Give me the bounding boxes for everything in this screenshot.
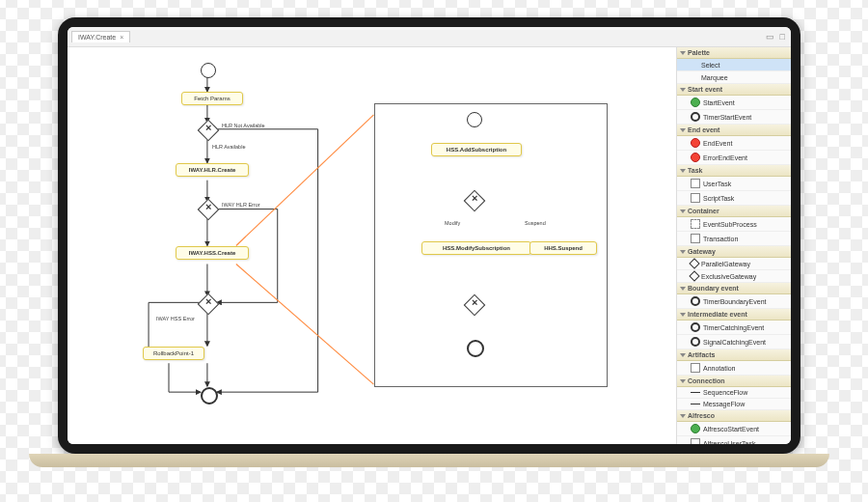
palette-item-select[interactable]: Select xyxy=(677,59,791,71)
palette-item-parallel[interactable]: ParallelGateway xyxy=(677,258,791,270)
tab-title: IWAY.Create xyxy=(78,34,116,41)
palette-item-label: Annotation xyxy=(703,365,735,372)
gateway-1[interactable] xyxy=(198,120,220,142)
task-fetch-params[interactable]: Fetch Params xyxy=(181,92,243,105)
palette-group-task[interactable]: Task xyxy=(677,165,791,177)
palette-item-label: EventSubProcess xyxy=(703,221,757,228)
task-rollback[interactable]: RollbackPoint-1 xyxy=(143,347,204,360)
task-add-subscription[interactable]: HSS.AddSubscription xyxy=(431,143,522,156)
detail-end-event[interactable] xyxy=(467,340,484,357)
detail-gateway-2[interactable] xyxy=(464,294,486,317)
detail-start-event[interactable] xyxy=(467,112,482,127)
label-hlr-error: IWAY HLR Error xyxy=(222,202,260,208)
palette-item-usertask[interactable]: UserTask xyxy=(677,177,791,191)
subprocess-detail[interactable]: HSS.AddSubscription Modify Suspend HSS.M… xyxy=(374,103,608,387)
palette-group-connection[interactable]: Connection xyxy=(677,376,791,387)
palette-item-timercatch[interactable]: TimerCatchingEvent xyxy=(677,321,791,335)
task-hss-create[interactable]: IWAY.HSS.Create xyxy=(176,246,249,260)
minimize-icon[interactable]: ▭ xyxy=(766,32,774,42)
palette-item-msgflow[interactable]: MessageFlow xyxy=(677,399,791,410)
label-hlr-not-available: HLR Not Available xyxy=(222,123,265,128)
palette-item-exclusive[interactable]: ExclusiveGateway xyxy=(677,270,791,283)
palette-item-label: ExclusiveGateway xyxy=(701,273,756,280)
palette-item-errorend[interactable]: ErrorEndEvent xyxy=(677,151,791,165)
laptop-frame: IWAY.Create × ▭ □ xyxy=(58,17,800,454)
palette-group-end-event[interactable]: End event xyxy=(677,125,791,136)
palette-item-scripttask[interactable]: ScriptTask xyxy=(677,191,791,206)
palette-group-artifacts[interactable]: Artifacts xyxy=(677,349,791,361)
label-hlr-available: HLR Available xyxy=(212,144,245,150)
svg-line-1 xyxy=(236,264,374,384)
palette-group-gateway[interactable]: Gateway xyxy=(677,246,791,258)
detail-gateway-1[interactable] xyxy=(464,190,486,212)
palette-item-label: Select xyxy=(701,62,719,69)
label-suspend: Suspend xyxy=(525,220,546,226)
palette-item-eventsub[interactable]: EventSubProcess xyxy=(677,217,791,232)
palette-item-label: Transaction xyxy=(703,236,738,242)
task-modify-subscription[interactable]: HSS.ModifySubscription xyxy=(421,241,531,255)
tab-bar: IWAY.Create × ▭ □ xyxy=(68,27,791,47)
palette-item-alfuser[interactable]: AlfrescoUserTask xyxy=(677,436,791,444)
palette-item-label: TimerCatchingEvent xyxy=(703,324,764,331)
palette-item-label: AlfrescoUserTask xyxy=(703,440,755,445)
palette-item-label: ScriptTask xyxy=(703,195,734,202)
palette-item-label: SequenceFlow xyxy=(703,389,747,396)
palette-panel: PaletteSelectMarqueeStart eventStartEven… xyxy=(676,47,791,444)
palette-item-startevent[interactable]: StartEvent xyxy=(677,96,791,110)
end-event[interactable] xyxy=(201,387,218,404)
palette-item-annotation[interactable]: Annotation xyxy=(677,361,791,376)
task-suspend[interactable]: HHS.Suspend xyxy=(529,241,597,255)
palette-group-intermediate-event[interactable]: Intermediate event xyxy=(677,309,791,321)
palette-item-transaction[interactable]: Transaction xyxy=(677,232,791,246)
palette-group-container[interactable]: Container xyxy=(677,206,791,217)
palette-group-alfresco[interactable]: Alfresco xyxy=(677,410,791,422)
palette-item-timerbound[interactable]: TimerBoundaryEvent xyxy=(677,294,791,309)
palette-item-endevent[interactable]: EndEvent xyxy=(677,136,791,151)
palette-item-label: ErrorEndEvent xyxy=(703,154,747,161)
palette-item-label: ParallelGateway xyxy=(701,261,750,267)
label-modify: Modify xyxy=(445,220,460,226)
palette-item-label: EndEvent xyxy=(703,140,732,147)
palette-item-label: Marquee xyxy=(701,74,728,81)
svg-line-0 xyxy=(236,115,374,246)
palette-item-timerstart[interactable]: TimerStartEvent xyxy=(677,110,791,125)
palette-header[interactable]: Palette xyxy=(677,47,791,59)
palette-group-start-event[interactable]: Start event xyxy=(677,84,791,96)
palette-group-boundary-event[interactable]: Boundary event xyxy=(677,283,791,294)
palette-item-label: TimerBoundaryEvent xyxy=(703,298,767,305)
laptop-base xyxy=(29,454,829,467)
app-window: IWAY.Create × ▭ □ xyxy=(68,27,791,444)
gateway-2[interactable] xyxy=(198,199,220,221)
maximize-icon[interactable]: □ xyxy=(780,32,785,42)
palette-item-signalcatch[interactable]: SignalCatchingEvent xyxy=(677,335,791,349)
editor-tab[interactable]: IWAY.Create × xyxy=(71,31,130,42)
palette-item-label: AlfrescoStartEvent xyxy=(703,426,759,432)
window-controls: ▭ □ xyxy=(766,32,785,42)
close-icon[interactable]: × xyxy=(120,34,123,41)
palette-item-label: MessageFlow xyxy=(703,401,745,407)
palette-item-label: StartEvent xyxy=(703,99,735,106)
palette-item-alfstart[interactable]: AlfrescoStartEvent xyxy=(677,422,791,436)
start-event[interactable] xyxy=(201,63,216,78)
palette-item-label: UserTask xyxy=(703,181,731,187)
label-hss-error: IWAY HSS Error xyxy=(156,316,195,321)
task-hlr-create[interactable]: IWAY.HLR.Create xyxy=(176,163,249,177)
palette-item-marquee[interactable]: Marquee xyxy=(677,71,791,84)
palette-item-seqflow[interactable]: SequenceFlow xyxy=(677,387,791,399)
palette-item-label: TimerStartEvent xyxy=(703,114,751,121)
gateway-3[interactable] xyxy=(198,293,220,316)
diagram-canvas[interactable]: Fetch Params HLR Not Available HLR Avail… xyxy=(68,47,676,444)
palette-item-label: SignalCatchingEvent xyxy=(703,339,766,346)
